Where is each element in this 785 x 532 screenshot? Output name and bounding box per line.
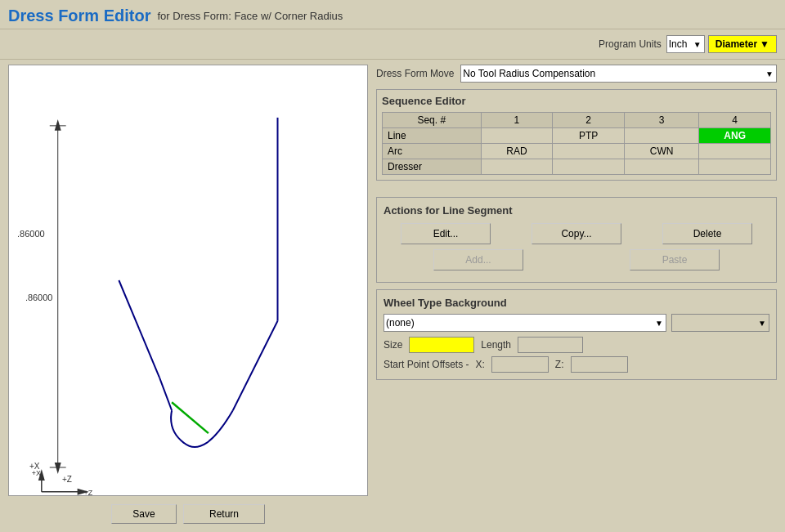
seq-cell-dresser-1[interactable] — [481, 159, 553, 175]
seq-cell-dresser-2[interactable] — [553, 159, 625, 175]
svg-text:+Z: +Z — [84, 489, 93, 495]
actions-title: Actions for Line Segment — [384, 204, 769, 217]
diameter-arrow-icon: ▼ — [760, 38, 769, 50]
seq-cell-line-4[interactable]: ANG — [699, 128, 771, 144]
save-button[interactable]: Save — [111, 504, 177, 524]
seq-row-line-label: Line — [383, 128, 482, 144]
actions-section: Actions for Line Segment Edit... Copy...… — [376, 197, 777, 283]
seq-row-arc: Arc RAD CWN — [383, 144, 771, 159]
app-title: Dress Form Editor — [8, 7, 150, 25]
right-panel: Dress Form Move No Tool Radius Compensat… — [376, 65, 777, 527]
seq-cell-line-2[interactable]: PTP — [553, 128, 625, 144]
program-units-wrapper: Inch mm ▼ — [666, 35, 705, 53]
app-container: Dress Form Editor for Dress Form: Face w… — [0, 0, 785, 532]
dimension-value: .86000 — [17, 229, 45, 239]
svg-line-16 — [172, 402, 209, 433]
main-content: .86000 +X +Z +X — [0, 60, 785, 532]
copy-button[interactable]: Copy... — [532, 223, 621, 244]
svg-text:+X: +X — [35, 494, 44, 495]
seq-row-dresser-label: Dresser — [383, 159, 482, 175]
wheel-type-select2-wrapper: ▼ — [671, 314, 769, 332]
sequence-editor-section: Sequence Editor Seq. # 1 2 3 4 Line — [376, 89, 777, 181]
spacer — [376, 187, 777, 190]
seq-row-arc-label: Arc — [383, 144, 482, 159]
seq-cell-arc-3[interactable]: CWN — [624, 144, 698, 159]
sequence-table: Seq. # 1 2 3 4 Line PTP — [382, 112, 771, 175]
dress-form-move-row: Dress Form Move No Tool Radius Compensat… — [376, 65, 777, 83]
header: Dress Form Editor for Dress Form: Face w… — [0, 0, 785, 29]
seq-header-3: 3 — [624, 113, 698, 128]
svg-text:.86000: .86000 — [25, 293, 52, 302]
size-label: Size — [384, 339, 402, 351]
z-axis-label: +Z — [62, 475, 72, 484]
canvas-panel: .86000 +X +Z +X — [8, 65, 368, 527]
svg-marker-2 — [55, 463, 61, 474]
delete-button[interactable]: Delete — [662, 223, 752, 244]
z-input[interactable] — [571, 356, 628, 373]
paste-button[interactable]: Paste — [630, 249, 720, 270]
toolbar: Program Units Inch mm ▼ Diameter ▼ — [0, 29, 785, 60]
seq-header-1: 1 — [481, 113, 553, 128]
svg-line-17 — [139, 329, 159, 378]
dress-form-move-wrapper: No Tool Radius Compensation Left Right ▼ — [460, 65, 777, 83]
edit-button[interactable]: Edit... — [401, 223, 491, 244]
seq-header-4: 4 — [699, 113, 771, 128]
seq-header-seq: Seq. # — [383, 113, 482, 128]
seq-cell-arc-4[interactable] — [699, 144, 771, 159]
seq-header-row: Seq. # 1 2 3 4 — [383, 113, 771, 128]
x-input[interactable] — [491, 356, 549, 373]
size-input[interactable] — [409, 337, 474, 353]
actions-row-2: Add... Paste — [384, 249, 769, 270]
x-axis-label: +X — [29, 462, 40, 471]
app-subtitle: for Dress Form: Face w/ Corner Radius — [157, 10, 343, 22]
offsets-row: Start Point Offsets - X: Z: — [384, 356, 769, 373]
seq-row-dresser: Dresser — [383, 159, 771, 175]
dress-form-move-label: Dress Form Move — [376, 68, 454, 79]
program-units-label: Program Units — [599, 38, 662, 50]
wheel-type-select2[interactable] — [671, 314, 769, 332]
x-label: X: — [475, 359, 484, 370]
wheel-type-title: Wheel Type Background — [384, 297, 769, 309]
canvas-svg: .86000 +X +Z +X — [9, 65, 367, 495]
length-label: Length — [481, 339, 511, 351]
program-units-select[interactable]: Inch mm — [666, 35, 705, 53]
seq-cell-dresser-4[interactable] — [699, 159, 771, 175]
size-row: Size Length — [384, 337, 769, 353]
z-label: Z: — [555, 359, 564, 370]
seq-row-line: Line PTP ANG — [383, 128, 771, 144]
offsets-label: Start Point Offsets - — [384, 359, 469, 370]
length-input[interactable] — [518, 337, 583, 353]
svg-marker-1 — [55, 119, 61, 131]
seq-cell-dresser-3[interactable] — [624, 159, 698, 175]
diameter-button[interactable]: Diameter ▼ — [708, 35, 777, 53]
actions-row-1: Edit... Copy... Delete — [384, 223, 769, 244]
seq-header-2: 2 — [553, 113, 625, 128]
svg-line-18 — [119, 280, 139, 329]
sequence-editor-title: Sequence Editor — [382, 95, 771, 107]
svg-line-15 — [159, 378, 172, 410]
wheel-type-select1-wrapper: (none) ▼ — [384, 314, 666, 332]
dress-form-move-select[interactable]: No Tool Radius Compensation Left Right — [460, 65, 777, 83]
seq-cell-arc-2[interactable] — [553, 144, 625, 159]
return-button[interactable]: Return — [183, 504, 265, 524]
wheel-type-row: (none) ▼ ▼ — [384, 314, 769, 332]
seq-cell-arc-1[interactable]: RAD — [481, 144, 553, 159]
canvas-area: .86000 +X +Z +X — [8, 65, 368, 496]
add-button[interactable]: Add... — [433, 249, 523, 270]
svg-line-14 — [233, 321, 278, 411]
canvas-buttons: Save Return — [8, 501, 368, 527]
seq-cell-line-1[interactable] — [481, 128, 553, 144]
wheel-type-select1[interactable]: (none) — [384, 314, 666, 332]
seq-cell-line-3[interactable] — [624, 128, 698, 144]
wheel-type-section: Wheel Type Background (none) ▼ ▼ — [376, 289, 777, 380]
diameter-label: Diameter — [715, 38, 757, 50]
